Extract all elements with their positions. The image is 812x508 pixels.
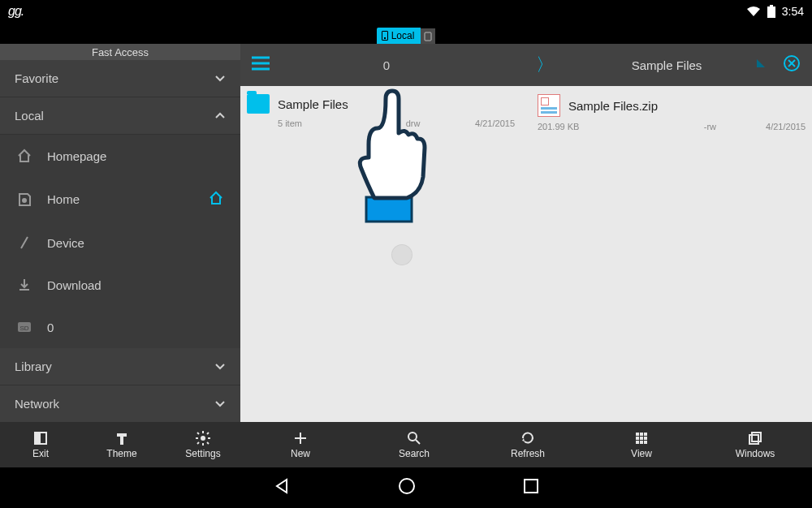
sidebar-item-home[interactable]: Home xyxy=(0,177,240,222)
file-info: 201.99 KB xyxy=(538,122,603,131)
file-date: 4/21/2015 xyxy=(458,118,515,128)
android-status-bar: gg. 3:54 xyxy=(0,0,812,23)
dropdown-arrow-icon[interactable] xyxy=(755,58,767,72)
house-icon xyxy=(16,148,32,164)
svg-line-23 xyxy=(207,433,209,434)
tutorial-hand-overlay xyxy=(342,88,431,229)
svg-line-4 xyxy=(21,237,28,248)
recent-apps-button[interactable] xyxy=(522,477,540,498)
nav-label: 0 xyxy=(47,321,54,334)
new-button[interactable]: New xyxy=(244,422,357,467)
file-listing: Sample Files 5 item drw 4/21/2015 Sample… xyxy=(240,86,812,422)
sidebar-section-favorite[interactable]: Favorite xyxy=(0,60,240,97)
search-button[interactable]: Search xyxy=(357,422,471,467)
file-perm: -rw xyxy=(603,122,749,131)
svg-line-22 xyxy=(207,442,209,444)
tab-label: Local xyxy=(391,30,415,41)
sidebar-item-sd-zero[interactable]: SD 0 xyxy=(0,306,240,348)
back-button[interactable] xyxy=(272,476,292,499)
action-label: Search xyxy=(399,448,430,459)
file-date: 4/21/2015 xyxy=(749,122,806,131)
section-label: Local xyxy=(15,109,44,123)
brand-mark: gg. xyxy=(8,4,24,19)
file-name: Sample Files xyxy=(278,97,348,111)
sidebar-item-homepage[interactable]: Homepage xyxy=(0,135,240,177)
svg-point-27 xyxy=(408,433,417,441)
chevron-up-icon xyxy=(214,110,226,122)
touch-ripple xyxy=(391,244,412,265)
sidebar: Fast Access Favorite Local Homepage Home xyxy=(0,44,240,422)
svg-rect-36 xyxy=(640,441,643,444)
nav-label: Device xyxy=(47,236,84,250)
svg-rect-38 xyxy=(749,435,758,444)
action-label: Exit xyxy=(32,448,49,459)
svg-rect-2 xyxy=(425,32,431,41)
chevron-down-icon xyxy=(214,398,226,410)
svg-rect-29 xyxy=(636,433,639,436)
svg-rect-13 xyxy=(366,197,412,222)
sd-badge-icon: SD xyxy=(16,319,32,335)
section-label: Library xyxy=(15,359,52,373)
phone-icon xyxy=(382,31,388,41)
file-item-zip[interactable]: Sample Files.zip 201.99 KB -rw 4/21/2015 xyxy=(538,94,806,131)
svg-line-24 xyxy=(197,442,199,444)
chevron-down-icon xyxy=(214,361,226,372)
svg-rect-41 xyxy=(525,480,538,493)
action-label: Windows xyxy=(736,448,775,459)
hamburger-icon[interactable] xyxy=(252,56,270,74)
refresh-button[interactable]: Refresh xyxy=(471,422,585,467)
breadcrumb-root[interactable]: 0 xyxy=(281,58,492,72)
chevron-down-icon xyxy=(214,73,226,84)
svg-rect-32 xyxy=(636,437,639,440)
settings-button[interactable]: Settings xyxy=(162,422,244,467)
action-label: View xyxy=(631,448,652,459)
home-active-icon xyxy=(208,190,224,209)
action-label: Settings xyxy=(185,448,220,459)
view-button[interactable]: View xyxy=(585,422,698,467)
close-icon[interactable] xyxy=(783,54,801,75)
sidebar-section-library[interactable]: Library xyxy=(0,348,240,385)
slash-icon xyxy=(16,235,32,251)
theme-button[interactable]: Theme xyxy=(81,422,162,467)
section-label: Network xyxy=(15,397,59,411)
sidebar-title: Fast Access xyxy=(0,44,240,60)
content-pane: 0 〉 Sample Files Sample Files 5 item xyxy=(240,44,812,422)
svg-rect-30 xyxy=(640,433,643,436)
svg-rect-1 xyxy=(770,5,773,6)
svg-point-16 xyxy=(201,436,205,441)
sd-icon xyxy=(16,192,32,208)
folder-icon xyxy=(247,94,270,114)
download-icon xyxy=(16,277,32,293)
svg-rect-37 xyxy=(644,441,647,444)
home-button[interactable] xyxy=(397,476,417,499)
file-name: Sample Files.zip xyxy=(568,99,658,113)
svg-rect-39 xyxy=(752,433,761,441)
tab-local[interactable]: Local xyxy=(377,28,421,44)
svg-point-3 xyxy=(22,198,27,203)
window-tab-strip: Local xyxy=(0,23,812,44)
add-tab-button[interactable] xyxy=(421,28,435,44)
sidebar-item-device[interactable]: Device xyxy=(0,222,240,264)
svg-point-40 xyxy=(400,479,414,493)
breadcrumb-separator-icon: 〉 xyxy=(536,53,554,77)
battery-icon xyxy=(767,5,775,18)
sidebar-item-download[interactable]: Download xyxy=(0,264,240,306)
exit-button[interactable]: Exit xyxy=(0,422,81,467)
windows-button[interactable]: Windows xyxy=(698,422,812,467)
action-label: Theme xyxy=(106,448,136,459)
archive-icon xyxy=(538,94,560,117)
main-area: Fast Access Favorite Local Homepage Home xyxy=(0,44,812,422)
wifi-icon xyxy=(746,6,761,17)
nav-label: Home xyxy=(47,192,80,206)
sidebar-section-network[interactable]: Network xyxy=(0,385,240,422)
content-toolbar: 0 〉 Sample Files xyxy=(240,44,812,86)
svg-rect-33 xyxy=(640,437,643,440)
breadcrumb-current[interactable]: Sample Files xyxy=(590,58,744,72)
sidebar-section-local[interactable]: Local xyxy=(0,97,240,135)
svg-line-21 xyxy=(197,433,199,434)
nav-label: Homepage xyxy=(47,149,106,163)
action-label: Refresh xyxy=(511,448,545,459)
svg-rect-0 xyxy=(767,6,775,18)
svg-rect-35 xyxy=(636,441,639,444)
svg-line-28 xyxy=(416,440,420,444)
